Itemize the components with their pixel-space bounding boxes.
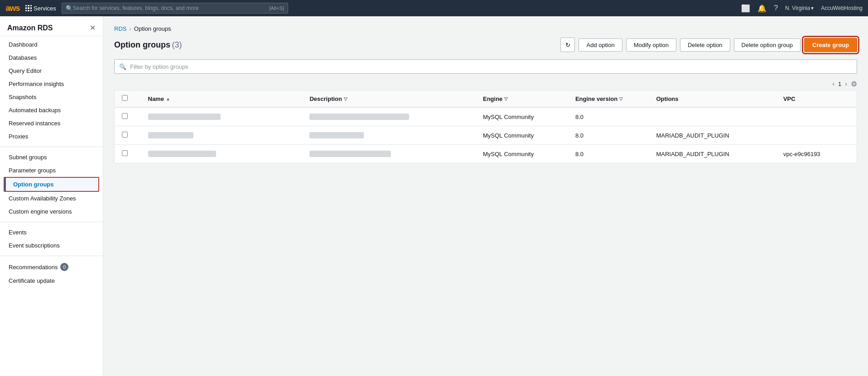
sidebar-item-custom-engine-versions[interactable]: Custom engine versions [0,205,103,218]
sidebar-header: Amazon RDS ✕ [0,16,103,36]
row3-options-cell: MARIADB_AUDIT_PLUGIN [649,145,776,163]
top-navigation: aws Services 🔍 [Alt+S] ⬜ 🔔 ? N. Virginia… [0,0,868,16]
row2-name-cell [141,126,303,145]
row2-version-cell: 8.0 [568,126,649,145]
sidebar-item-automated-backups[interactable]: Automated backups [0,104,103,117]
pagination-next-button[interactable]: › [843,79,849,88]
help-icon[interactable]: ? [774,4,778,12]
row2-vpc-cell [776,126,857,145]
pagination-info: 1 [838,81,841,87]
bell-icon[interactable]: 🔔 [757,4,767,13]
sidebar-item-certificate-update[interactable]: Certificate update [0,274,103,287]
th-options-label: Options [656,95,678,102]
add-option-button[interactable]: Add option [579,38,622,52]
sidebar-item-events[interactable]: Events [0,226,103,239]
modify-option-button[interactable]: Modify option [626,38,676,52]
page-header: Option groups (3) ↻ Add option Modify op… [114,38,857,52]
delete-option-group-button[interactable]: Delete option group [734,38,800,52]
row1-engine: MySQL Community [483,114,534,120]
row1-checkbox[interactable] [122,113,128,119]
row2-options-cell: MARIADB_AUDIT_PLUGIN [649,126,776,145]
table-row: MySQL Community 8.0 MARIADB_AUDIT_PLUGIN [115,126,857,145]
main-content: RDS › Option groups Option groups (3) ↻ … [103,16,868,376]
th-engine[interactable]: Engine ▽ [476,90,568,108]
th-options: Options [649,90,776,108]
row1-checkbox-cell [115,107,141,126]
sidebar-item-custom-availability-zones[interactable]: Custom Availability Zones [0,192,103,205]
th-name-label: Name [148,95,164,102]
select-all-checkbox[interactable] [122,95,128,101]
table-row: MySQL Community 8.0 MARIADB_AUDIT_PLUGIN… [115,145,857,163]
filter-search-icon: 🔍 [119,63,126,70]
sidebar-item-parameter-groups[interactable]: Parameter groups [0,164,103,177]
filter-bar[interactable]: 🔍 [114,59,857,74]
table-body: MySQL Community 8.0 [115,107,857,163]
sidebar-item-snapshots[interactable]: Snapshots [0,90,103,104]
recommendations-label: Recommendations [9,264,58,271]
row3-name-cell [141,145,303,163]
app-layout: Amazon RDS ✕ Dashboard Databases Query E… [0,16,868,376]
row3-engine: MySQL Community [483,151,534,157]
th-name[interactable]: Name ▲ [141,90,303,108]
aws-logo: aws [5,4,20,13]
th-engine-version[interactable]: Engine version ▽ [568,90,649,108]
sidebar-item-performance-insights[interactable]: Performance insights [0,77,103,90]
sidebar-close-button[interactable]: ✕ [90,24,96,32]
create-group-button[interactable]: Create group [804,38,857,52]
sidebar-item-databases[interactable]: Databases [0,51,103,64]
name-sort: Name ▲ [148,95,170,102]
region-selector[interactable]: N. Virginia ▾ [785,5,814,11]
refresh-button[interactable]: ↻ [560,38,575,52]
row3-engine-cell: MySQL Community [476,145,568,163]
settings-icon[interactable]: ⚙ [851,80,857,88]
services-button[interactable]: Services [25,5,56,12]
pagination-prev-button[interactable]: ‹ [830,79,836,88]
sidebar-item-reserved-instances[interactable]: Reserved instances [0,117,103,130]
sidebar-item-option-groups[interactable]: Option groups [5,178,98,191]
row3-vpc-cell: vpc-e9c96193 [776,145,857,163]
th-engine-label: Engine [483,95,502,102]
row3-checkbox[interactable] [122,150,128,156]
delete-option-button[interactable]: Delete option [680,38,730,52]
sidebar-item-proxies[interactable]: Proxies [0,130,103,143]
table-toolbar: ‹ 1 › ⚙ [114,79,857,88]
sidebar-title: Amazon RDS [7,24,53,32]
sidebar-item-event-subscriptions[interactable]: Event subscriptions [0,239,103,252]
refresh-icon: ↻ [565,42,570,48]
row1-description-cell [302,107,475,126]
global-search-bar[interactable]: 🔍 [Alt+S] [62,3,288,14]
page-title-area: Option groups (3) [114,40,182,50]
row2-description-cell [302,126,475,145]
row3-name [148,151,216,157]
th-description[interactable]: Description ▽ [302,90,475,108]
row1-version-cell: 8.0 [568,107,649,126]
row2-checkbox[interactable] [122,132,128,138]
page-title: Option groups [114,40,170,49]
cloud-icon[interactable]: ⬜ [741,4,750,13]
global-search-input[interactable] [73,5,269,11]
sidebar-nav: Dashboard Databases Query Editor Perform… [0,36,103,287]
divider-1 [0,147,103,147]
th-select-all [115,90,141,108]
sidebar-item-query-editor[interactable]: Query Editor [0,64,103,77]
nav-right: ⬜ 🔔 ? N. Virginia ▾ AccuWebHosting [741,4,863,13]
row2-engine: MySQL Community [483,132,534,139]
sidebar-item-dashboard[interactable]: Dashboard [0,38,103,51]
services-label: Services [34,5,56,12]
sidebar-item-recommendations[interactable]: Recommendations 0 [0,260,103,274]
sidebar-item-subnet-groups[interactable]: Subnet groups [0,151,103,164]
th-vpc-label: VPC [783,95,796,102]
th-version-label: Engine version [575,95,617,102]
breadcrumb: RDS › Option groups [114,25,857,32]
region-label: N. Virginia [785,5,810,11]
row2-engine-cell: MySQL Community [476,126,568,145]
filter-input[interactable] [130,63,852,70]
row3-description-cell [302,145,475,163]
breadcrumb-rds[interactable]: RDS [114,25,126,32]
row2-version: 8.0 [575,132,583,139]
search-shortcut: [Alt+S] [269,5,284,11]
version-filter-icon: ▽ [619,96,623,101]
option-groups-table: Name ▲ Description ▽ Engine ▽ [114,90,857,163]
sort-none-icon: ▽ [344,96,347,101]
account-label[interactable]: AccuWebHosting [821,5,863,11]
